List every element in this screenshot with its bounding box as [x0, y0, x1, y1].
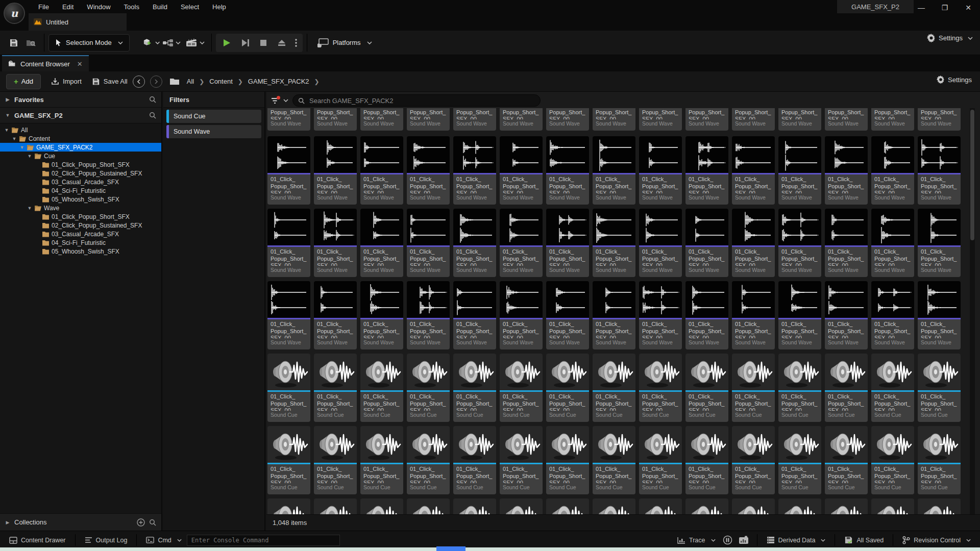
- asset-tile-sound-cue[interactable]: 01_Click_Popup_Short_SFX_00Sound Cue: [639, 426, 682, 494]
- asset-tile-sound-cue[interactable]: 01_Click_Popup_Short_SFX_00Sound Cue: [267, 498, 310, 514]
- asset-tile-sound-cue[interactable]: 01_Click_Popup_Short_SFX_00Sound Cue: [453, 354, 496, 422]
- asset-tile-sound-wave[interactable]: 01_Click_Popup_Short_SFX_00Sound Wave: [825, 108, 868, 131]
- asset-tile-sound-wave[interactable]: 01_Click_Popup_Short_SFX_00Sound Wave: [871, 108, 914, 131]
- asset-tile-sound-wave[interactable]: 01_Click_Popup_Short_SFX_00Sound Wave: [314, 108, 357, 131]
- asset-tile-sound-cue[interactable]: 01_Click_Popup_Short_SFX_00Sound Cue: [314, 354, 357, 422]
- asset-tile-sound-wave[interactable]: 01_Click_Popup_Short_SFX_00Sound Wave: [593, 209, 635, 277]
- asset-tile-sound-cue[interactable]: 01_Click_Popup_Short_SFX_00Sound Cue: [546, 498, 589, 514]
- tree-item-02_click_popup_sustained_sfx[interactable]: 02_Click_Popup_Sustained_SFX: [0, 169, 161, 178]
- editor-settings-dropdown[interactable]: Settings: [927, 34, 973, 42]
- asset-tile-sound-cue[interactable]: 01_Click_Popup_Short_SFX_00Sound Cue: [871, 426, 914, 494]
- asset-tile-sound-cue[interactable]: 01_Click_Popup_Short_SFX_00Sound Cue: [778, 498, 821, 514]
- platforms-dropdown[interactable]: Platforms: [311, 35, 378, 51]
- asset-tile-sound-cue[interactable]: 01_Click_Popup_Short_SFX_00Sound Cue: [639, 498, 682, 514]
- asset-tile-sound-cue[interactable]: 01_Click_Popup_Short_SFX_00Sound Cue: [546, 426, 589, 494]
- asset-tile-sound-cue[interactable]: 01_Click_Popup_Short_SFX_00Sound Cue: [593, 498, 635, 514]
- tree-item-01_click_popup_short_sfx[interactable]: 01_Click_Popup_Short_SFX: [0, 160, 161, 169]
- asset-tile-sound-wave[interactable]: 01_Click_Popup_Short_SFX_00Sound Wave: [500, 209, 543, 277]
- asset-tile-sound-cue[interactable]: 01_Click_Popup_Short_SFX_00Sound Cue: [453, 426, 496, 494]
- content-drawer-button[interactable]: Content Drawer: [4, 531, 71, 549]
- content-browser-settings[interactable]: Settings: [937, 76, 972, 84]
- asset-tile-sound-wave[interactable]: 01_Click_Popup_Short_SFX_00Sound Wave: [685, 209, 728, 277]
- vertical-scrollbar[interactable]: [970, 108, 975, 514]
- collections-bar[interactable]: ▶ Collections: [0, 513, 161, 531]
- asset-tile-sound-cue[interactable]: 01_Click_Popup_Short_SFX_00Sound Cue: [407, 354, 450, 422]
- close-button[interactable]: ✕: [957, 0, 980, 15]
- asset-tile-sound-cue[interactable]: 01_Click_Popup_Short_SFX_00Sound Cue: [407, 426, 450, 494]
- selection-mode-dropdown[interactable]: Selection Mode: [48, 34, 130, 52]
- tree-expand-icon[interactable]: ▼: [12, 136, 17, 141]
- asset-tile-sound-cue[interactable]: 01_Click_Popup_Short_SFX_00Sound Cue: [593, 354, 635, 422]
- tree-item-05_whoosh_swish_sfx[interactable]: 05_Whoosh_Swish_SFX: [0, 195, 161, 204]
- snapshot-button[interactable]: [734, 531, 753, 549]
- asset-tile-sound-wave[interactable]: 01_Click_Popup_Short_SFX_00Sound Wave: [546, 108, 589, 131]
- asset-tile-sound-wave[interactable]: 01_Click_Popup_Short_SFX_00Sound Wave: [685, 136, 728, 205]
- asset-tile-sound-wave[interactable]: 01_Click_Popup_Short_SFX_00Sound Wave: [639, 136, 682, 205]
- menu-help[interactable]: Help: [206, 0, 233, 13]
- asset-tile-sound-cue[interactable]: 01_Click_Popup_Short_SFX_00Sound Cue: [360, 426, 403, 494]
- cmd-dropdown[interactable]: Cmd: [141, 531, 186, 549]
- asset-tile-sound-wave[interactable]: 01_Click_Popup_Short_SFX_00Sound Wave: [778, 281, 821, 349]
- blueprints-dropdown[interactable]: [160, 34, 183, 52]
- asset-tile-sound-wave[interactable]: 01_Click_Popup_Short_SFX_00Sound Wave: [593, 108, 635, 131]
- import-button[interactable]: Import: [51, 78, 82, 86]
- tree-item-wave[interactable]: ▼Wave: [0, 204, 161, 212]
- asset-tile-sound-cue[interactable]: 01_Click_Popup_Short_SFX_00Sound Cue: [918, 498, 961, 514]
- asset-tile-sound-cue[interactable]: 01_Click_Popup_Short_SFX_00Sound Cue: [360, 354, 403, 422]
- play-options-kebab[interactable]: [291, 34, 301, 52]
- asset-tile-sound-cue[interactable]: 01_Click_Popup_Short_SFX_00Sound Cue: [314, 426, 357, 494]
- tree-expand-icon[interactable]: ▼: [27, 154, 32, 159]
- restore-button[interactable]: ❐: [933, 0, 957, 15]
- asset-tile-sound-wave[interactable]: 01_Click_Popup_Short_SFX_00Sound Wave: [453, 281, 496, 349]
- project-header[interactable]: ▼ GAME_SFX_P2: [0, 108, 161, 123]
- asset-tile-sound-wave[interactable]: 01_Click_Popup_Short_SFX_00Sound Wave: [732, 209, 775, 277]
- asset-tile-sound-cue[interactable]: 01_Click_Popup_Short_SFX_00Sound Cue: [314, 498, 357, 514]
- tree-item-content[interactable]: ▼Content: [0, 134, 161, 143]
- tree-item-03_casual_arcade_sfx[interactable]: 03_Casual_Arcade_SFX: [0, 178, 161, 186]
- asset-tile-sound-wave[interactable]: 01_Click_Popup_Short_SFX_00Sound Wave: [500, 136, 543, 205]
- asset-tile-sound-cue[interactable]: 01_Click_Popup_Short_SFX_00Sound Cue: [825, 354, 868, 422]
- breadcrumb-item-all[interactable]: All: [187, 78, 194, 85]
- source-control-button[interactable]: [22, 34, 40, 52]
- asset-tile-sound-wave[interactable]: 01_Click_Popup_Short_SFX_00Sound Wave: [267, 108, 310, 131]
- add-collection-icon[interactable]: [137, 518, 145, 527]
- asset-tile-sound-wave[interactable]: 01_Click_Popup_Short_SFX_00Sound Wave: [453, 209, 496, 277]
- content-browser-tab[interactable]: Content Browser ✕: [2, 55, 89, 71]
- add-actor-dropdown[interactable]: [143, 34, 160, 52]
- tree-expand-icon[interactable]: ▼: [4, 128, 9, 133]
- asset-tile-sound-wave[interactable]: 01_Click_Popup_Short_SFX_00Sound Wave: [593, 136, 635, 205]
- menu-build[interactable]: Build: [146, 0, 174, 13]
- asset-tile-sound-cue[interactable]: 01_Click_Popup_Short_SFX_00Sound Cue: [918, 426, 961, 494]
- all-saved-button[interactable]: All Saved: [839, 531, 889, 549]
- asset-tile-sound-wave[interactable]: 01_Click_Popup_Short_SFX_00Sound Wave: [546, 281, 589, 349]
- tree-item-02_click_popup_sustained_sfx[interactable]: 02_Click_Popup_Sustained_SFX: [0, 221, 161, 230]
- asset-tile-sound-wave[interactable]: 01_Click_Popup_Short_SFX_00Sound Wave: [314, 209, 357, 277]
- asset-tile-sound-wave[interactable]: 01_Click_Popup_Short_SFX_00Sound Wave: [360, 108, 403, 131]
- asset-tile-sound-wave[interactable]: 01_Click_Popup_Short_SFX_00Sound Wave: [360, 209, 403, 277]
- insights-button[interactable]: [721, 531, 734, 549]
- asset-tile-sound-cue[interactable]: 01_Click_Popup_Short_SFX_00Sound Cue: [500, 426, 543, 494]
- menu-tools[interactable]: Tools: [117, 0, 146, 13]
- asset-tile-sound-wave[interactable]: 01_Click_Popup_Short_SFX_00Sound Wave: [918, 209, 961, 277]
- asset-tile-sound-cue[interactable]: 01_Click_Popup_Short_SFX_00Sound Cue: [778, 426, 821, 494]
- asset-tile-sound-wave[interactable]: 01_Click_Popup_Short_SFX_00Sound Wave: [314, 281, 357, 349]
- asset-tile-sound-wave[interactable]: 01_Click_Popup_Short_SFX_00Sound Wave: [267, 136, 310, 205]
- asset-tile-sound-wave[interactable]: 01_Click_Popup_Short_SFX_00Sound Wave: [360, 136, 403, 205]
- expand-arrow-icon[interactable]: ▶: [5, 97, 10, 102]
- derived-data-dropdown[interactable]: Derived Data: [762, 531, 831, 549]
- asset-tile-sound-cue[interactable]: 01_Click_Popup_Short_SFX_00Sound Cue: [871, 354, 914, 422]
- asset-tile-sound-wave[interactable]: 01_Click_Popup_Short_SFX_00Sound Wave: [918, 281, 961, 349]
- search-icon[interactable]: [149, 96, 156, 103]
- cinematics-dropdown[interactable]: [183, 34, 207, 52]
- menu-select[interactable]: Select: [174, 0, 206, 13]
- menu-file[interactable]: File: [32, 0, 56, 13]
- asset-tile-sound-cue[interactable]: 01_Click_Popup_Short_SFX_00Sound Cue: [732, 354, 775, 422]
- asset-tile-sound-wave[interactable]: 01_Click_Popup_Short_SFX_00Sound Wave: [407, 209, 450, 277]
- asset-tile-sound-cue[interactable]: 01_Click_Popup_Short_SFX_00Sound Cue: [732, 426, 775, 494]
- asset-tile-sound-wave[interactable]: 01_Click_Popup_Short_SFX_00Sound Wave: [360, 281, 403, 349]
- asset-tile-sound-wave[interactable]: 01_Click_Popup_Short_SFX_00Sound Wave: [918, 108, 961, 131]
- tree-item-04_sci-fi_futuristic[interactable]: 04_Sci-Fi_Futuristic: [0, 238, 161, 247]
- asset-tile-sound-wave[interactable]: 01_Click_Popup_Short_SFX_00Sound Wave: [778, 209, 821, 277]
- asset-tile-sound-cue[interactable]: 01_Click_Popup_Short_SFX_00Sound Cue: [825, 426, 868, 494]
- asset-tile-sound-wave[interactable]: 01_Click_Popup_Short_SFX_00Sound Wave: [267, 281, 310, 349]
